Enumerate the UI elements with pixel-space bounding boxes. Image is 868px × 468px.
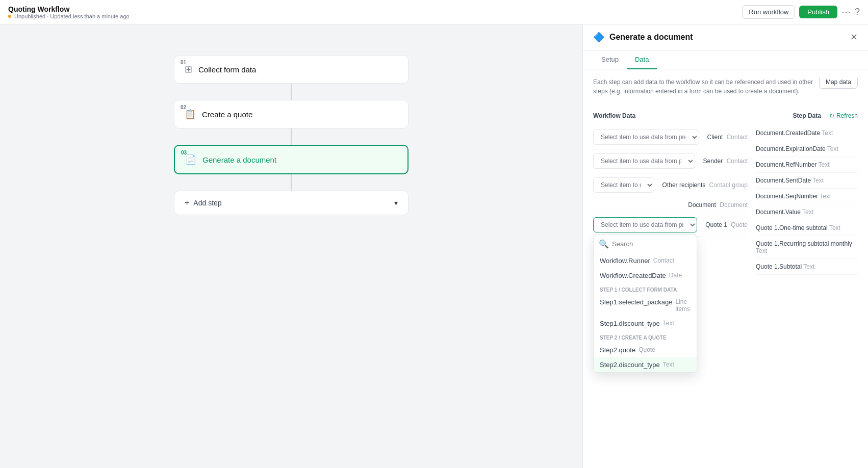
step-label-1: Collect form data xyxy=(198,65,256,74)
step-data-type-0: Text xyxy=(822,129,833,137)
doc-icon: 📄 xyxy=(185,154,196,165)
step-label-2: Create a quote xyxy=(202,110,252,119)
document-type: Document xyxy=(720,201,748,209)
dropdown-panel: 🔍 Workflow.Runner Contact Workflow.Creat… xyxy=(593,235,697,373)
step1-section-label: STEP 1 / COLLECT FORM DATA xyxy=(594,283,697,295)
run-workflow-button[interactable]: Run workflow xyxy=(742,5,795,19)
step-data-label-8: Quote 1.Subtotal xyxy=(756,263,802,270)
workflow-title: Quoting Workflow xyxy=(8,5,130,13)
main-layout: 01 ⊞ Collect form data 02 📋 Create a quo… xyxy=(0,24,868,468)
data-section-header: Workflow Data Step Data ↻ Refresh xyxy=(593,112,858,119)
panel-tabs: Setup Data xyxy=(583,50,868,69)
connector-2 xyxy=(291,128,292,145)
workflow-subtitle: Unpublished · Updated less than a minute… xyxy=(8,13,130,19)
client-type: Contact xyxy=(727,134,748,141)
step-data-type-3: Text xyxy=(812,177,824,184)
step-card-1[interactable]: 01 ⊞ Collect form data xyxy=(174,55,409,84)
refresh-button[interactable]: ↻ Refresh xyxy=(829,112,858,119)
step-data-label-4: Document.SeqNumber xyxy=(756,193,818,200)
step-data-row-7: Quote 1.Recurring subtotal monthly Text xyxy=(756,236,858,259)
topbar-actions: Run workflow Publish ⋯ ? xyxy=(742,5,860,19)
tab-data[interactable]: Data xyxy=(627,50,657,69)
sender-select[interactable]: Select item to use data from previous st… xyxy=(593,153,695,169)
workflow-canvas: 01 ⊞ Collect form data 02 📋 Create a quo… xyxy=(0,24,582,468)
add-step-label: Add step xyxy=(193,199,221,207)
step-data-type-4: Text xyxy=(820,193,831,200)
data-row-sender: Select item to use data from previous st… xyxy=(593,149,748,173)
file-icon: 📋 xyxy=(185,109,196,120)
add-step-button[interactable]: + Add step ▾ xyxy=(174,191,409,215)
step-number-1: 01 xyxy=(181,60,186,65)
step-data-row-3: Document.SentDate Text xyxy=(756,173,858,189)
dropdown-item-step2-discount[interactable]: Step2.discount_type Text xyxy=(594,357,697,372)
data-row-other-recipients: Select item to use data from previous st… xyxy=(593,173,748,197)
step-number-3: 03 xyxy=(181,150,187,155)
connector-1 xyxy=(291,84,292,100)
step-data-type-7: Text xyxy=(756,247,767,254)
workflow-data-column: Select item to use data from previous st… xyxy=(593,125,748,275)
quote1-label: Quote 1 xyxy=(705,221,727,228)
dropdown-item-selected-package[interactable]: Step1.selected_package Line items xyxy=(594,295,697,316)
panel-title: Generate a document xyxy=(609,33,693,42)
step-data-row-6: Quote 1.One-time subtotal Text xyxy=(756,220,858,236)
panel-close-button[interactable]: ✕ xyxy=(850,32,858,43)
step-data-row-0: Document.CreatedDate Text xyxy=(756,125,858,141)
data-row-document: Document Document xyxy=(593,197,748,213)
step-card-2[interactable]: 02 📋 Create a quote xyxy=(174,100,409,128)
publish-button[interactable]: Publish xyxy=(799,6,837,18)
sender-label: Sender xyxy=(703,158,723,165)
panel-info-text: Each step can add data to the workflow s… xyxy=(593,77,858,96)
step-label-3: Generate a document xyxy=(202,155,276,164)
step-data-type-5: Text xyxy=(802,209,813,216)
status-dot xyxy=(8,15,11,18)
panel-header: 🔷 Generate a document ✕ xyxy=(583,24,868,50)
right-panel: 🔷 Generate a document ✕ Setup Data Map d… xyxy=(582,24,868,468)
topbar: Quoting Workflow Unpublished · Updated l… xyxy=(0,0,868,24)
document-label: Document xyxy=(688,201,716,209)
step-data-label-7: Quote 1.Recurring subtotal monthly xyxy=(756,240,852,247)
dropdown-item-createddate[interactable]: Workflow.CreatedDate Date xyxy=(594,268,697,283)
step-data-row-4: Document.SeqNumber Text xyxy=(756,189,858,204)
step-data-row-2: Document.RefNumber Text xyxy=(756,157,858,173)
more-options-button[interactable]: ⋯ xyxy=(841,7,851,18)
quote1-type: Quote xyxy=(731,221,748,228)
step-data-type-1: Text xyxy=(827,145,838,152)
step-data-label-3: Document.SentDate xyxy=(756,177,811,184)
step-data-row-8: Quote 1.Subtotal Text xyxy=(756,259,858,275)
search-input[interactable] xyxy=(612,240,692,248)
tab-setup[interactable]: Setup xyxy=(593,50,627,69)
other-recipients-select[interactable]: Select item to use data from previous st… xyxy=(593,177,654,193)
dropdown-item-runner[interactable]: Workflow.Runner Contact xyxy=(594,253,697,268)
sender-type: Contact xyxy=(727,158,748,165)
workflow-data-label: Workflow Data xyxy=(593,112,635,119)
data-row-client: Select item to use data from previous st… xyxy=(593,125,748,149)
step-data-type-6: Text xyxy=(829,224,840,231)
step-number-2: 02 xyxy=(181,105,186,110)
panel-icon: 🔷 xyxy=(593,32,604,43)
plus-icon: + xyxy=(185,198,189,207)
step-data-row-5: Document.Value Text xyxy=(756,204,858,220)
dropdown-search: 🔍 xyxy=(594,235,697,253)
step-data-label-0: Document.CreatedDate xyxy=(756,129,820,137)
step-data-row-1: Document.ExpirationDate Text xyxy=(756,141,858,157)
map-data-button[interactable]: Map data xyxy=(819,77,858,89)
dropdown-item-discount-type-1[interactable]: Step1.discount_type Text xyxy=(594,316,697,331)
dropdown-item-step2-quote[interactable]: Step2.quote Quote xyxy=(594,343,697,357)
client-select[interactable]: Select item to use data from previous st… xyxy=(593,129,699,145)
quote1-select[interactable]: Select item to use data from previous st… xyxy=(593,217,697,232)
client-label: Client xyxy=(707,134,723,141)
connector-3 xyxy=(291,174,292,191)
help-button[interactable]: ? xyxy=(855,7,860,17)
other-recipients-type: Contact group xyxy=(709,181,748,189)
step-data-column: Document.CreatedDate Text Document.Expir… xyxy=(756,125,858,275)
step-data-label: Step Data xyxy=(793,112,821,119)
step-card-3[interactable]: 03 📄 Generate a document xyxy=(174,145,409,174)
refresh-icon: ↻ xyxy=(829,112,834,119)
step-data-label-2: Document.RefNumber xyxy=(756,161,816,168)
data-row-quote1: Select item to use data from previous st… xyxy=(593,213,748,237)
step-data-label-1: Document.ExpirationDate xyxy=(756,145,826,152)
other-recipients-label: Other recipients xyxy=(662,181,706,189)
topbar-left: Quoting Workflow Unpublished · Updated l… xyxy=(8,5,130,19)
search-icon: 🔍 xyxy=(599,239,609,249)
step-data-label-5: Document.Value xyxy=(756,209,801,216)
